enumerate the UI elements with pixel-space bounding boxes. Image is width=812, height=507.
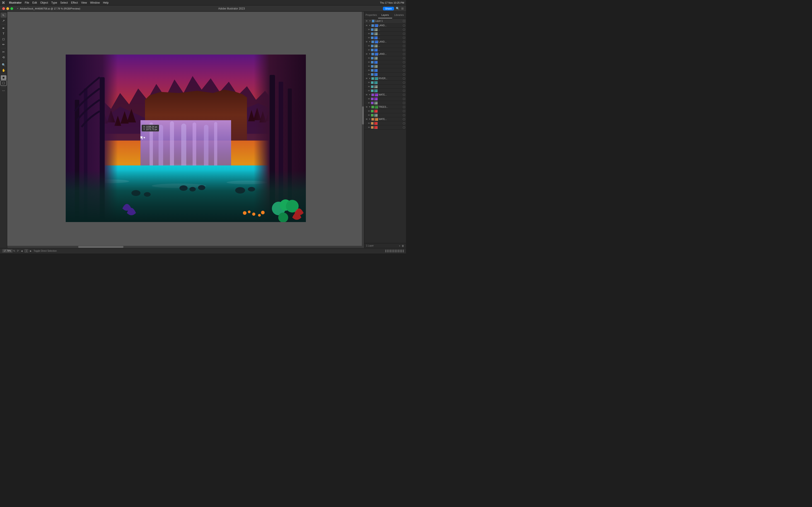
layer-main-row[interactable]: 👁 ▼ Layer 1	[364, 18, 406, 23]
zoom-input[interactable]	[2, 249, 12, 252]
more-tools[interactable]: ⋯	[1, 88, 7, 93]
layer-target[interactable]	[403, 69, 405, 71]
visibility-icon[interactable]: 👁	[367, 97, 370, 100]
layer-target[interactable]	[403, 86, 405, 88]
list-item[interactable]: 👁 ▼ LAND...	[364, 23, 406, 27]
layer-target[interactable]	[403, 73, 405, 75]
list-item[interactable]: 👁 ▼ TREES...	[364, 105, 406, 109]
layer-target[interactable]	[403, 33, 405, 35]
list-item[interactable]: 👁	[364, 109, 406, 113]
layer-target[interactable]	[403, 41, 405, 43]
nav-next-button[interactable]: ▶	[30, 250, 32, 252]
layer-target[interactable]	[403, 118, 405, 120]
layer-target[interactable]	[403, 77, 405, 80]
layer-target[interactable]	[403, 110, 405, 112]
layer1-visibility-icon[interactable]: 👁	[365, 19, 368, 22]
visibility-icon[interactable]: 👁	[365, 77, 368, 80]
list-item[interactable]: 👁 ▼ RIVER...	[364, 76, 406, 80]
hand-tool[interactable]: ✋	[1, 68, 7, 73]
tab-properties[interactable]: Properties	[364, 12, 378, 18]
pencil-tool[interactable]: ✏	[1, 42, 7, 47]
list-item[interactable]: 👁	[364, 89, 406, 93]
file-menu[interactable]: File	[25, 1, 29, 4]
layer-target[interactable]	[403, 90, 405, 92]
delete-layer-icon[interactable]: 🗑	[402, 244, 404, 247]
apple-menu[interactable]: ⌘	[2, 1, 5, 5]
list-item[interactable]: 👁 ...	[364, 44, 406, 48]
list-item[interactable]: 👁	[364, 64, 406, 68]
expand-arrow[interactable]: ▼	[369, 41, 371, 43]
minimize-button[interactable]	[6, 7, 9, 10]
canvas-area[interactable]: X: 1038.24 px Y: 1073.73 px	[7, 12, 364, 248]
zoom-tool[interactable]: 🔍	[1, 62, 7, 67]
selection-tool[interactable]: ↖	[1, 13, 7, 18]
list-item[interactable]: 👁 ▼ WATE...	[364, 117, 406, 121]
layer-target[interactable]	[403, 102, 405, 104]
list-item[interactable]: 👁 ▼ LAND...	[364, 40, 406, 44]
visibility-icon[interactable]: 👁	[367, 122, 370, 125]
close-button[interactable]	[2, 7, 5, 10]
list-item[interactable]: 👁 ...	[364, 48, 406, 52]
layer-target[interactable]	[403, 57, 405, 59]
list-item[interactable]: 👁	[364, 68, 406, 72]
tab-close-icon[interactable]: ✕	[17, 7, 18, 10]
zoom-control[interactable]: %	[2, 249, 15, 252]
layer-target[interactable]	[403, 61, 405, 63]
visibility-icon[interactable]: 👁	[365, 93, 368, 96]
visibility-icon[interactable]: 👁	[367, 73, 370, 76]
list-item[interactable]: 👁 ▼ WATE...	[364, 93, 406, 97]
edit-menu[interactable]: Edit	[33, 1, 37, 4]
visibility-icon[interactable]: 👁	[367, 57, 370, 60]
layer-target[interactable]	[403, 53, 405, 55]
visibility-icon[interactable]: 👁	[367, 28, 370, 31]
list-item[interactable]: 👁	[364, 60, 406, 64]
tab-layers[interactable]: Layers	[378, 12, 392, 18]
visibility-icon[interactable]: 👁	[365, 106, 368, 108]
type-menu[interactable]: Type	[51, 1, 57, 4]
search-icon[interactable]: 🔍	[396, 7, 399, 10]
maximize-button[interactable]	[10, 7, 13, 10]
text-tool[interactable]: T	[1, 31, 7, 36]
expand-arrow[interactable]: ▼	[369, 77, 371, 80]
tab-libraries[interactable]: Libraries	[392, 12, 406, 18]
visibility-icon[interactable]: 👁	[367, 32, 370, 35]
visibility-icon[interactable]: 👁	[367, 114, 370, 117]
layer-target[interactable]	[403, 114, 405, 116]
direct-selection-tool[interactable]: ↗	[1, 18, 7, 23]
traffic-lights[interactable]	[2, 7, 13, 10]
list-item[interactable]: 👁	[364, 56, 406, 60]
layer-target[interactable]	[403, 98, 405, 100]
window-menu[interactable]: Window	[90, 1, 100, 4]
pen-tool[interactable]: ✒	[1, 25, 7, 31]
layer-target[interactable]	[403, 65, 405, 67]
expand-arrow[interactable]: ▼	[369, 118, 371, 120]
list-item[interactable]: 👁 ...	[364, 27, 406, 32]
visibility-icon[interactable]: 👁	[367, 89, 370, 92]
vertical-scrollbar-thumb[interactable]	[362, 106, 364, 124]
visibility-icon[interactable]: 👁	[367, 61, 370, 64]
visibility-icon[interactable]: 👁	[367, 65, 370, 68]
visibility-icon[interactable]: 👁	[367, 48, 370, 51]
app-menu[interactable]: Illustrator	[9, 1, 21, 4]
layer-target[interactable]	[403, 29, 405, 31]
list-item[interactable]: 👁	[364, 121, 406, 125]
list-item[interactable]: 👁	[364, 80, 406, 84]
layer-target[interactable]	[403, 126, 405, 128]
layer-target[interactable]	[403, 81, 405, 84]
visibility-icon[interactable]: 👁	[365, 24, 368, 27]
visibility-icon[interactable]: 👁	[367, 44, 370, 47]
effect-menu[interactable]: Effect	[71, 1, 78, 4]
visibility-icon[interactable]: 👁	[367, 126, 370, 129]
list-item[interactable]: 👁	[364, 113, 406, 117]
list-item[interactable]: 👁	[364, 72, 406, 76]
shape-tool[interactable]: ◻	[1, 37, 7, 42]
list-item[interactable]: 👁 ...	[364, 36, 406, 40]
visibility-icon[interactable]: 👁	[367, 85, 370, 88]
visibility-icon[interactable]: 👁	[367, 81, 370, 84]
visibility-icon[interactable]: 👁	[365, 118, 368, 121]
expand-arrow[interactable]: ▼	[369, 94, 371, 96]
fill-color[interactable]: ■	[1, 75, 7, 80]
layer1-target-circle[interactable]	[403, 20, 405, 22]
grid-icon[interactable]: ⊞	[401, 7, 404, 10]
layer-target[interactable]	[403, 37, 405, 39]
